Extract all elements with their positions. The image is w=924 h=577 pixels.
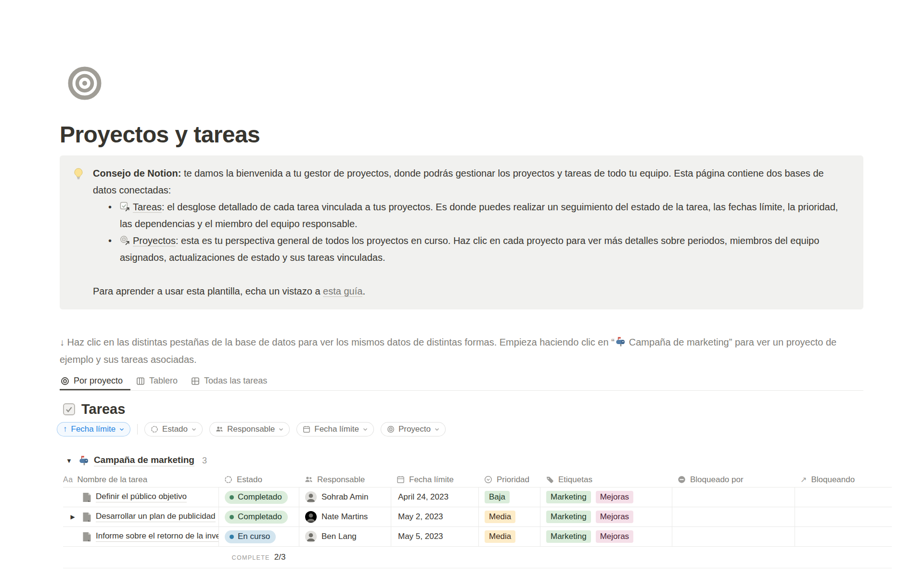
people-icon: [216, 425, 223, 433]
proyectos-link[interactable]: Proyectos: [133, 235, 176, 246]
callout-bullet-tareas: • Tareas: el desglose detallado de cada …: [93, 199, 839, 232]
table-footer-row: COMPLETE 2/3: [63, 547, 892, 568]
callout-bullet-proyectos: • Proyectos: esta es tu perspectiva gene…: [93, 232, 839, 266]
table-row: ▶ Desarrollar un plan de publicidad Comp…: [63, 507, 892, 527]
page-title[interactable]: Proyectos y tareas: [60, 121, 924, 148]
column-header-nombre[interactable]: Aa Nombre de la tarea: [63, 475, 218, 485]
notion-page: Proyectos y tareas Consejo de Notion: te…: [0, 0, 924, 577]
hint-project-name: Campaña de marketing: [629, 337, 729, 347]
chevron-down-icon: [279, 428, 283, 431]
chevron-down-icon: [192, 428, 196, 431]
bullet-dot: •: [108, 232, 112, 249]
assignee-cell[interactable]: Ben Lang: [299, 527, 391, 546]
tab-todas-las-tareas[interactable]: Todas las tareas: [190, 376, 275, 390]
task-name-cell[interactable]: ▶ Desarrollar un plan de publicidad: [63, 507, 218, 526]
text-type-icon: Aa: [63, 475, 73, 484]
status-spinner-icon: [151, 425, 158, 433]
status-cell[interactable]: Completado: [218, 507, 299, 526]
bullseye-page-icon[interactable]: [68, 66, 102, 100]
status-cell[interactable]: Completado: [218, 487, 299, 507]
target-icon: [387, 425, 395, 433]
callout-guide-line: Para aprender a usar esta plantilla, ech…: [93, 283, 839, 300]
board-icon: [136, 377, 145, 385]
filter-bar: ↑ Fecha límite Estado Responsable: [57, 422, 924, 436]
status-cell[interactable]: En curso: [218, 527, 299, 546]
avatar: [305, 511, 317, 523]
blocking-cell[interactable]: [795, 507, 892, 526]
tag-icon: [546, 475, 554, 484]
calendar-icon: [303, 425, 310, 433]
chevron-down-icon: [363, 428, 368, 431]
column-header-fecha-limite[interactable]: Fecha límite: [391, 475, 478, 485]
lightbulb-icon: [72, 167, 85, 180]
status-dot: [230, 495, 234, 500]
mailbox-icon: [79, 455, 90, 466]
assignee-cell[interactable]: Sohrab Amin: [299, 487, 391, 507]
filter-fecha-limite-pill[interactable]: Fecha límite: [296, 422, 374, 436]
status-spinner-icon: [224, 475, 232, 484]
group-collapse-toggle[interactable]: ▼: [66, 457, 72, 464]
avatar: [305, 491, 317, 503]
row-expand-toggle[interactable]: ▶: [70, 513, 75, 520]
filter-proyecto-pill[interactable]: Proyecto: [381, 422, 446, 436]
table-header-row: Aa Nombre de la tarea Estado Responsable: [63, 472, 892, 487]
tareas-link[interactable]: Tareas: [133, 202, 162, 213]
filter-estado-pill[interactable]: Estado: [144, 422, 203, 436]
callout-body: Consejo de Notion: te damos la bienvenid…: [93, 165, 839, 300]
table-icon: [191, 377, 200, 385]
due-date-cell[interactable]: April 24, 2023: [391, 487, 478, 507]
tab-tablero[interactable]: Tablero: [135, 376, 185, 390]
blocked-by-cell[interactable]: [672, 507, 795, 526]
tab-por-proyecto[interactable]: Por proyecto: [60, 376, 130, 390]
checkbox-icon: [63, 403, 76, 416]
chevron-down-icon: [119, 428, 124, 431]
priority-cell[interactable]: Baja: [478, 487, 540, 507]
notion-tip-callout: Consejo de Notion: te damos la bienvenid…: [60, 155, 863, 309]
column-header-responsable[interactable]: Responsable: [299, 475, 391, 485]
tags-cell[interactable]: Marketing Mejoras: [540, 527, 672, 546]
avatar: [305, 531, 317, 542]
task-name-cell[interactable]: Definir el público objetivo: [63, 487, 218, 507]
column-header-estado[interactable]: Estado: [218, 475, 299, 485]
blocking-cell[interactable]: [795, 527, 892, 546]
page-icon: [82, 512, 91, 522]
blocked-by-icon: [678, 475, 686, 484]
priority-cell[interactable]: Media: [478, 527, 540, 546]
task-name-cell[interactable]: Informe sobre el retorno de la inversión: [63, 527, 218, 546]
chevron-down-icon: [435, 428, 439, 431]
callout-intro: Consejo de Notion: te damos la bienvenid…: [93, 165, 839, 199]
database-view-tabs: Por proyecto Tablero Todas las tareas: [60, 376, 863, 391]
tasks-table: Aa Nombre de la tarea Estado Responsable: [63, 472, 892, 568]
group-count: 3: [202, 456, 207, 466]
group-title[interactable]: Campaña de marketing: [94, 455, 194, 466]
tags-cell[interactable]: Marketing Mejoras: [540, 487, 672, 507]
assignee-cell[interactable]: Nate Martins: [299, 507, 391, 526]
blocked-by-cell[interactable]: [672, 487, 795, 507]
status-dot: [230, 535, 234, 539]
sort-ascending-icon: ↑: [63, 424, 67, 434]
due-date-cell[interactable]: May 5, 2023: [391, 527, 478, 546]
status-dot: [230, 515, 234, 519]
due-date-cell[interactable]: May 2, 2023: [391, 507, 478, 526]
column-header-prioridad[interactable]: Prioridad: [478, 475, 540, 485]
filter-responsable-pill[interactable]: Responsable: [209, 422, 290, 436]
mailbox-icon: [616, 335, 626, 346]
calc-value: 2/3: [274, 552, 286, 562]
bullet-dot: •: [108, 199, 112, 216]
guide-link[interactable]: esta guía: [323, 286, 362, 297]
blocking-cell[interactable]: [795, 487, 892, 507]
tareas-section-heading: Tareas: [63, 401, 924, 417]
blocked-by-cell[interactable]: [672, 527, 795, 546]
priority-cell[interactable]: Media: [478, 507, 540, 526]
tags-cell[interactable]: Marketing Mejoras: [540, 507, 672, 526]
database-title[interactable]: Tareas: [81, 401, 125, 417]
column-header-bloqueado-por[interactable]: Bloqueado por: [672, 475, 795, 485]
column-header-bloqueando[interactable]: ↗ Bloqueando: [795, 475, 892, 485]
column-header-etiquetas[interactable]: Etiquetas: [540, 475, 672, 485]
table-row: Informe sobre el retorno de la inversión…: [63, 527, 892, 547]
complete-calculation[interactable]: COMPLETE 2/3: [218, 552, 299, 562]
blocking-arrow-icon: ↗: [800, 475, 807, 484]
sort-fecha-limite-pill[interactable]: ↑ Fecha límite: [57, 422, 130, 436]
priority-select-icon: [484, 475, 492, 484]
callout-bullet-list: • Tareas: el desglose detallado de cada …: [93, 199, 839, 266]
